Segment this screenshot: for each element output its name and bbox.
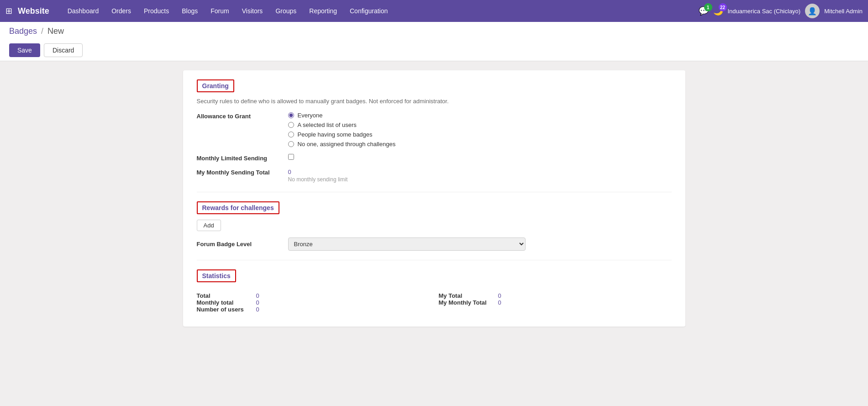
radio-group: Everyone A selected list of users People… xyxy=(288,112,672,148)
monthly-sending-value-wrap: 0 No monthly sending limit xyxy=(288,168,672,183)
my-total-row: My Total 0 xyxy=(439,292,672,299)
monthly-sending-row: My Monthly Sending Total 0 No monthly se… xyxy=(197,168,672,183)
divider-1 xyxy=(197,192,672,192)
monthly-limited-checkbox[interactable] xyxy=(288,154,294,160)
allowance-row: Allowance to Grant Everyone A selected l… xyxy=(197,112,672,148)
my-total-value[interactable]: 0 xyxy=(498,292,501,299)
action-bar: Save Discard xyxy=(9,40,859,61)
avatar[interactable]: 👤 xyxy=(805,4,820,18)
monthly-total-row: Monthly total 0 xyxy=(197,299,430,306)
radio-selected-users[interactable]: A selected list of users xyxy=(288,121,672,128)
nav-item-dashboard[interactable]: Dashboard xyxy=(62,5,105,17)
monthly-total-value[interactable]: 0 xyxy=(256,299,259,306)
message-icon[interactable]: 💬 1 xyxy=(699,6,709,16)
page-header: Badges / New Save Discard xyxy=(0,22,868,61)
my-monthly-label: My Monthly Total xyxy=(439,299,494,306)
allowance-label: Allowance to Grant xyxy=(197,112,288,120)
monthly-sending-label: My Monthly Sending Total xyxy=(197,168,288,176)
breadcrumb-parent[interactable]: Badges xyxy=(9,26,37,36)
radio-noone-input[interactable] xyxy=(288,141,294,147)
add-button[interactable]: Add xyxy=(197,220,221,231)
radio-everyone-label: Everyone xyxy=(298,112,323,119)
form-card: Granting Security rules to define who is… xyxy=(183,70,685,327)
forum-badge-label: Forum Badge Level xyxy=(197,241,288,248)
stats-grid: Total 0 Monthly total 0 Number of users … xyxy=(197,292,672,313)
message-count: 1 xyxy=(704,3,712,11)
nav-item-orders[interactable]: Orders xyxy=(106,5,137,17)
total-row: Total 0 xyxy=(197,292,430,299)
monthly-limited-value xyxy=(288,154,672,160)
total-label: Total xyxy=(197,292,252,299)
radio-badges-input[interactable] xyxy=(288,132,294,137)
rewards-section: Rewards for challenges Add Forum Badge L… xyxy=(197,201,672,251)
nav-menu: DashboardOrdersProductsBlogsForumVisitor… xyxy=(62,5,695,17)
radio-no-one[interactable]: No one, assigned through challenges xyxy=(288,141,672,148)
nav-item-forum[interactable]: Forum xyxy=(205,5,234,17)
save-button[interactable]: Save xyxy=(9,43,40,57)
number-users-row: Number of users 0 xyxy=(197,306,430,313)
company-name[interactable]: Induamerica Sac (Chiclayo) xyxy=(728,8,801,15)
stats-right: My Total 0 My Monthly Total 0 xyxy=(439,292,672,313)
rewards-section-title: Rewards for challenges xyxy=(197,201,279,214)
breadcrumb-separator: / xyxy=(41,26,43,36)
statistics-section: Statistics Total 0 Monthly total 0 Numbe… xyxy=(197,269,672,313)
statistics-section-title: Statistics xyxy=(197,269,236,282)
monthly-total-label: Monthly total xyxy=(197,299,252,306)
radio-badges-label: People having some badges xyxy=(298,131,373,138)
radio-everyone-input[interactable] xyxy=(288,112,294,118)
main-content: Granting Security rules to define who is… xyxy=(0,61,868,336)
granting-section: Granting Security rules to define who is… xyxy=(197,79,672,183)
monthly-limited-label: Monthly Limited Sending xyxy=(197,154,288,162)
moon-icon[interactable]: 🌙 22 xyxy=(713,6,723,16)
radio-everyone[interactable]: Everyone xyxy=(288,112,672,119)
total-value[interactable]: 0 xyxy=(256,292,259,299)
granting-description: Security rules to define who is allowed … xyxy=(197,98,672,105)
top-navigation: ⊞ Website DashboardOrdersProductsBlogsFo… xyxy=(0,0,868,22)
number-users-value[interactable]: 0 xyxy=(256,306,259,313)
stats-left: Total 0 Monthly total 0 Number of users … xyxy=(197,292,430,313)
monthly-limited-row: Monthly Limited Sending xyxy=(197,154,672,162)
monthly-sending-value[interactable]: 0 xyxy=(288,169,291,175)
radio-some-badges[interactable]: People having some badges xyxy=(288,131,672,138)
my-monthly-row: My Monthly Total 0 xyxy=(439,299,672,306)
nav-item-groups[interactable]: Groups xyxy=(270,5,302,17)
user-name[interactable]: Mitchell Admin xyxy=(824,8,863,15)
forum-badge-row: Forum Badge Level Bronze Silver Gold xyxy=(197,237,672,251)
nav-item-products[interactable]: Products xyxy=(138,5,174,17)
grid-icon[interactable]: ⊞ xyxy=(5,6,12,16)
allowance-options: Everyone A selected list of users People… xyxy=(288,112,672,148)
number-users-label: Number of users xyxy=(197,306,252,313)
breadcrumb-current: New xyxy=(47,26,64,36)
nav-item-reporting[interactable]: Reporting xyxy=(304,5,342,17)
radio-selected-input[interactable] xyxy=(288,122,294,128)
moon-count: 22 xyxy=(719,3,727,11)
nav-item-visitors[interactable]: Visitors xyxy=(237,5,268,17)
radio-selected-label: A selected list of users xyxy=(298,121,357,128)
discard-button[interactable]: Discard xyxy=(44,43,83,57)
granting-section-title: Granting xyxy=(197,79,234,92)
radio-noone-label: No one, assigned through challenges xyxy=(298,141,396,148)
monthly-limited-checkbox-wrap xyxy=(288,154,672,160)
forum-badge-select[interactable]: Bronze Silver Gold xyxy=(288,237,526,251)
my-monthly-value[interactable]: 0 xyxy=(498,299,501,306)
breadcrumb: Badges / New xyxy=(9,26,859,36)
monthly-hint: No monthly sending limit xyxy=(288,176,672,183)
brand-name[interactable]: Website xyxy=(18,6,49,16)
nav-right: 💬 1 🌙 22 Induamerica Sac (Chiclayo) 👤 Mi… xyxy=(699,4,863,18)
divider-2 xyxy=(197,260,672,260)
my-total-label: My Total xyxy=(439,292,494,299)
nav-item-blogs[interactable]: Blogs xyxy=(176,5,203,17)
nav-item-configuration[interactable]: Configuration xyxy=(344,5,393,17)
